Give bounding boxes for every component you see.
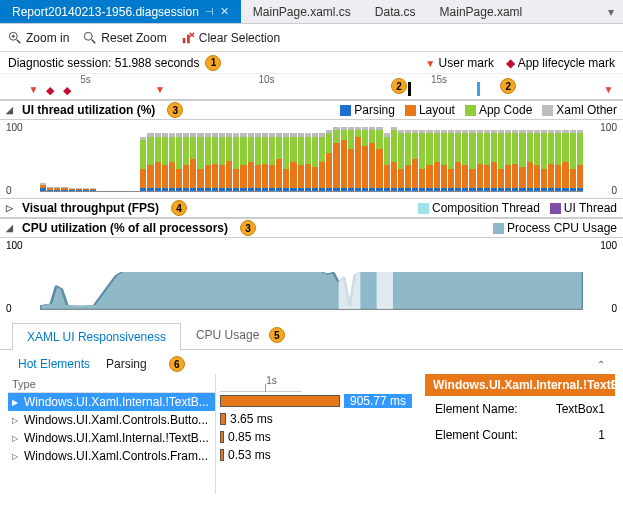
- triangle-down-icon: ▼: [425, 58, 435, 69]
- timing-bar[interactable]: [220, 413, 226, 425]
- timing-bar[interactable]: [220, 449, 224, 461]
- cpu-section-header[interactable]: ◢ CPU utilization (% of all processors) …: [0, 218, 623, 238]
- legend-composition: Composition Thread: [418, 201, 540, 215]
- timeline-ruler[interactable]: ▼ ◆ ◆ 5s ▼ 10s 2 15s 2 ▼: [0, 74, 623, 100]
- expander-collapsed-icon[interactable]: ◢: [6, 105, 16, 115]
- ui-thread-chart[interactable]: 100 0 100 0: [0, 120, 623, 198]
- user-mark-legend: ▼ User mark: [425, 56, 494, 70]
- tab-data-cs[interactable]: Data.cs: [363, 0, 428, 23]
- sub-tabstrip: Hot Elements Parsing 6 ⌃: [0, 350, 623, 374]
- selection-marker[interactable]: [408, 82, 411, 96]
- diamond-icon: ◆: [506, 56, 515, 70]
- legend-ui-thread: UI Thread: [550, 201, 617, 215]
- lifecycle-mark-icon: ◆: [63, 84, 71, 97]
- lifecycle-mark-legend: ◆ App lifecycle mark: [506, 56, 615, 70]
- pin-icon[interactable]: ⊣: [205, 6, 214, 17]
- tab-report-diagsession[interactable]: Report20140213-1956.diagsession ⊣ ✕: [0, 0, 241, 23]
- legend-process-cpu: Process CPU Usage: [493, 221, 617, 235]
- user-mark-icon: ▼: [29, 84, 39, 95]
- expander-icon[interactable]: ▷: [12, 416, 20, 425]
- prop-label: Element Count:: [435, 428, 518, 442]
- cpu-title: CPU utilization (% of all processors): [22, 221, 228, 235]
- tab-mainpage-cs[interactable]: MainPage.xaml.cs: [241, 0, 363, 23]
- callout-badge-2: 2: [391, 78, 407, 94]
- tree-row[interactable]: ▷Windows.UI.Xaml.Controls.Butto...: [8, 411, 215, 429]
- session-info-row: Diagnostic session: 51.988 seconds 1 ▼ U…: [0, 52, 623, 74]
- timing-bar[interactable]: [220, 431, 224, 443]
- svg-rect-7: [187, 34, 190, 43]
- user-mark-icon: ▼: [604, 84, 614, 95]
- tab-label: Report20140213-1956.diagsession: [12, 5, 199, 19]
- properties-panel: Windows.UI.Xaml.Internal.!TextB Element …: [425, 374, 615, 494]
- timing-value: 905.77 ms: [344, 394, 412, 408]
- ui-thread-title: UI thread utilization (%): [22, 103, 155, 117]
- clear-selection-icon: [181, 31, 195, 45]
- session-duration-label: Diagnostic session: 51.988 seconds: [8, 56, 199, 70]
- zoom-in-button[interactable]: Zoom in: [8, 31, 69, 45]
- visual-throughput-title: Visual throughput (FPS): [22, 201, 159, 215]
- lifecycle-mark-icon: ◆: [46, 84, 54, 97]
- tab-xaml-responsiveness[interactable]: XAML UI Responsiveness: [12, 323, 181, 350]
- timing-bar[interactable]: [220, 395, 340, 407]
- prop-label: Element Name:: [435, 402, 518, 416]
- prop-value: 1: [598, 428, 605, 442]
- subtab-parsing[interactable]: Parsing: [106, 357, 147, 371]
- details-pane: Type ▶Windows.UI.Xaml.Internal.!TextB...…: [0, 374, 623, 494]
- legend-appcode: App Code: [465, 103, 532, 117]
- callout-badge-3: 3: [167, 102, 183, 118]
- tree-row[interactable]: ▷Windows.UI.Xaml.Controls.Fram...: [8, 447, 215, 465]
- tree-row[interactable]: ▷Windows.UI.Xaml.Internal.!TextB...: [8, 429, 215, 447]
- clear-selection-button[interactable]: Clear Selection: [181, 31, 280, 45]
- tree-header-type: Type: [8, 376, 215, 393]
- selection-marker[interactable]: [477, 82, 480, 96]
- tab-cpu-usage[interactable]: CPU Usage 5: [181, 320, 300, 349]
- timing-value: 0.53 ms: [228, 448, 271, 462]
- callout-badge-1: 1: [205, 55, 221, 71]
- callout-badge-3b: 3: [240, 220, 256, 236]
- callout-badge-2b: 2: [500, 78, 516, 94]
- legend-layout: Layout: [405, 103, 455, 117]
- reset-zoom-icon: [83, 31, 97, 45]
- tab-overflow-menu-icon[interactable]: ▾: [599, 0, 623, 23]
- bottom-tabstrip: XAML UI Responsiveness CPU Usage 5: [0, 320, 623, 350]
- expander-icon[interactable]: ▷: [12, 434, 20, 443]
- close-icon[interactable]: ✕: [220, 5, 229, 18]
- expander-icon[interactable]: ▶: [12, 398, 20, 407]
- zoom-in-icon: [8, 31, 22, 45]
- timing-value: 3.65 ms: [230, 412, 273, 426]
- svg-point-4: [85, 32, 93, 40]
- collapse-panel-icon[interactable]: ⌃: [597, 359, 605, 370]
- svg-rect-11: [377, 242, 393, 309]
- document-tabbar: Report20140213-1956.diagsession ⊣ ✕ Main…: [0, 0, 623, 24]
- prop-value: TextBox1: [556, 402, 605, 416]
- svg-rect-10: [339, 242, 361, 309]
- visual-throughput-section-header[interactable]: ▷ Visual throughput (FPS) 4 Composition …: [0, 198, 623, 218]
- svg-line-5: [92, 39, 96, 43]
- expander-expanded-icon[interactable]: ◢: [6, 223, 16, 233]
- legend-parsing: Parsing: [340, 103, 395, 117]
- element-tree[interactable]: Type ▶Windows.UI.Xaml.Internal.!TextB...…: [8, 374, 216, 494]
- callout-badge-4: 4: [171, 200, 187, 216]
- user-mark-icon: ▼: [155, 84, 165, 95]
- legend-other: Xaml Other: [542, 103, 617, 117]
- callout-badge-5: 5: [269, 327, 285, 343]
- timing-value: 0.85 ms: [228, 430, 271, 444]
- svg-line-1: [17, 39, 21, 43]
- toolbar: Zoom in Reset Zoom Clear Selection: [0, 24, 623, 52]
- reset-zoom-button[interactable]: Reset Zoom: [83, 31, 166, 45]
- ui-thread-section-header[interactable]: ◢ UI thread utilization (%) 3 Parsing La…: [0, 100, 623, 120]
- cpu-chart[interactable]: 100 0 100 0: [0, 238, 623, 316]
- callout-badge-6: 6: [169, 356, 185, 372]
- expander-icon[interactable]: ▷: [12, 452, 20, 461]
- properties-title: Windows.UI.Xaml.Internal.!TextB: [425, 374, 615, 396]
- subtab-hot-elements[interactable]: Hot Elements: [18, 357, 90, 371]
- expander-collapsed-icon[interactable]: ▷: [6, 203, 16, 213]
- timing-bars: 1s 905.77 ms 3.65 ms 0.85 ms 0.53 ms: [220, 374, 421, 494]
- svg-rect-6: [182, 38, 185, 43]
- tab-mainpage-xaml[interactable]: MainPage.xaml: [428, 0, 535, 23]
- tree-row[interactable]: ▶Windows.UI.Xaml.Internal.!TextB...: [8, 393, 215, 411]
